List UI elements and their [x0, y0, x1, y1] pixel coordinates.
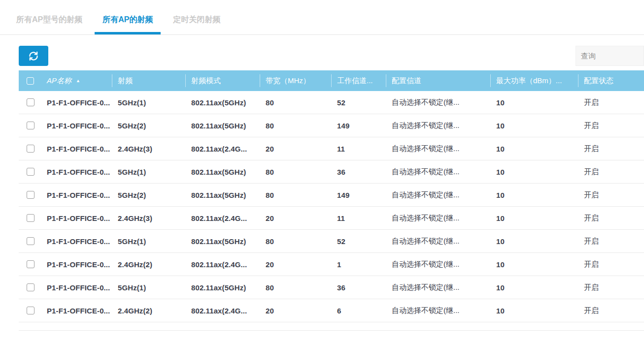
row-checkbox[interactable] [27, 283, 34, 291]
row-checkbox-cell [19, 168, 42, 176]
column-header-max-power[interactable]: 最大功率（dBm）... [490, 70, 578, 91]
table-row: P1-F1-OFFICE-0...2.4GHz(3)802.11ax(2.4G.… [19, 207, 644, 230]
table-row: P1-F1-OFFICE-0...5GHz(2)802.11ax(5GHz)80… [19, 114, 644, 137]
cell-radio: 5GHz(1) [112, 168, 185, 176]
cell-working-channel: 52 [331, 237, 386, 246]
ap-radio-table: AP名称 ▲ 射频 射频模式 带宽（MHz） 工作信道... 配置信道 最大功率… [19, 70, 644, 331]
row-checkbox-cell [19, 145, 42, 153]
column-header-bandwidth[interactable]: 带宽（MHz） [260, 70, 331, 91]
row-checkbox-cell [19, 307, 42, 314]
table-row: P1-F1-OFFICE-0...5GHz(1)802.11ax(5GHz)80… [19, 160, 644, 184]
refresh-icon [27, 50, 40, 62]
header-checkbox-cell [19, 70, 42, 91]
row-checkbox-cell [19, 214, 42, 222]
cell-config-channel: 自动选择不锁定(继... [386, 237, 490, 246]
cell-bandwidth: 20 [260, 307, 331, 315]
tab-scheduled-radio-off[interactable]: 定时关闭射频 [165, 15, 228, 34]
cell-config-channel: 自动选择不锁定(继... [386, 283, 490, 292]
cell-max-power: 10 [490, 214, 578, 222]
cell-config-channel: 自动选择不锁定(继... [386, 121, 490, 130]
cell-config-channel: 自动选择不锁定(继... [386, 214, 490, 223]
cell-config-channel: 自动选择不锁定(继... [386, 306, 490, 315]
row-checkbox[interactable] [27, 98, 34, 106]
cell-max-power: 10 [490, 98, 578, 107]
cell-max-power: 10 [490, 260, 578, 269]
toolbar [0, 46, 644, 66]
cell-radio-mode: 802.11ax(5GHz) [185, 98, 260, 107]
cell-radio: 5GHz(2) [112, 122, 185, 130]
cell-radio: 2.4GHz(3) [112, 214, 185, 222]
row-checkbox[interactable] [27, 214, 34, 222]
cell-working-channel: 52 [331, 98, 386, 107]
refresh-button[interactable] [19, 46, 48, 66]
cell-bandwidth: 80 [260, 168, 331, 176]
search-input[interactable] [576, 46, 644, 66]
row-checkbox[interactable] [27, 168, 34, 176]
row-checkbox[interactable] [27, 307, 34, 314]
cell-ap-name: P1-F1-OFFICE-0... [42, 237, 112, 246]
cell-radio-mode: 802.11ax(5GHz) [185, 237, 260, 246]
table-row: P1-F1-OFFICE-0...2.4GHz(3)802.11ax(2.4G.… [19, 137, 644, 160]
cell-config-status: 开启 [578, 306, 644, 315]
cell-max-power: 10 [490, 168, 578, 176]
cell-config-status: 开启 [578, 214, 644, 223]
cell-bandwidth: 80 [260, 191, 331, 199]
cell-config-status: 开启 [578, 260, 644, 269]
cell-config-status: 开启 [578, 167, 644, 177]
table-row: P1-F1-OFFICE-0...5GHz(2)802.11ax(5GHz)80… [19, 184, 644, 207]
column-header-config-status[interactable]: 配置状态 [578, 70, 644, 91]
cell-max-power: 10 [490, 145, 578, 153]
cell-ap-name: P1-F1-OFFICE-0... [42, 260, 112, 269]
cell-bandwidth: 20 [260, 260, 331, 269]
row-checkbox[interactable] [27, 237, 34, 245]
row-checkbox[interactable] [27, 145, 34, 153]
cell-working-channel: 36 [331, 168, 386, 176]
cell-radio-mode: 802.11ax(5GHz) [185, 283, 260, 292]
row-checkbox[interactable] [27, 260, 34, 268]
tab-all-ap-model-radios[interactable]: 所有AP型号的射频 [8, 15, 90, 34]
table-row: P1-F1-OFFICE-0...2.4GHz(2)802.11ax(2.4G.… [19, 253, 644, 276]
cell-radio: 2.4GHz(2) [112, 307, 185, 315]
table-body: P1-F1-OFFICE-0...5GHz(1)802.11ax(5GHz)80… [19, 91, 644, 322]
cell-config-channel: 自动选择不锁定(继... [386, 98, 490, 107]
row-checkbox-cell [19, 122, 42, 129]
column-header-radio-mode[interactable]: 射频模式 [185, 70, 260, 91]
cell-config-channel: 自动选择不锁定(继... [386, 144, 490, 154]
row-checkbox-cell [19, 283, 42, 291]
column-header-radio[interactable]: 射频 [112, 70, 185, 91]
column-header-ap-name[interactable]: AP名称 ▲ [42, 70, 112, 91]
cell-config-channel: 自动选择不锁定(继... [386, 167, 490, 177]
table-footer-strip [19, 322, 644, 331]
cell-ap-name: P1-F1-OFFICE-0... [42, 122, 112, 130]
sort-asc-icon: ▲ [76, 78, 80, 83]
cell-working-channel: 1 [331, 260, 386, 269]
cell-ap-name: P1-F1-OFFICE-0... [42, 191, 112, 199]
column-header-working-channel[interactable]: 工作信道... [331, 70, 386, 91]
cell-ap-name: P1-F1-OFFICE-0... [42, 283, 112, 292]
row-checkbox[interactable] [27, 122, 34, 129]
cell-working-channel: 11 [331, 145, 386, 153]
cell-ap-name: P1-F1-OFFICE-0... [42, 98, 112, 107]
cell-radio: 2.4GHz(3) [112, 145, 185, 153]
cell-ap-name: P1-F1-OFFICE-0... [42, 307, 112, 315]
cell-config-status: 开启 [578, 144, 644, 154]
cell-working-channel: 11 [331, 214, 386, 222]
cell-bandwidth: 20 [260, 214, 331, 222]
cell-radio: 5GHz(1) [112, 98, 185, 107]
cell-bandwidth: 80 [260, 237, 331, 246]
tab-bar: 所有AP型号的射频 所有AP的射频 定时关闭射频 [0, 15, 644, 35]
cell-bandwidth: 80 [260, 98, 331, 107]
cell-config-channel: 自动选择不锁定(继... [386, 190, 490, 200]
cell-max-power: 10 [490, 307, 578, 315]
column-header-config-channel[interactable]: 配置信道 [386, 70, 490, 91]
row-checkbox[interactable] [27, 191, 34, 199]
cell-max-power: 10 [490, 191, 578, 199]
select-all-checkbox[interactable] [27, 77, 34, 85]
tab-all-ap-radios[interactable]: 所有AP的射频 [95, 15, 161, 34]
cell-config-status: 开启 [578, 190, 644, 200]
cell-bandwidth: 20 [260, 145, 331, 153]
table-row: P1-F1-OFFICE-0...5GHz(1)802.11ax(5GHz)80… [19, 91, 644, 114]
cell-radio: 2.4GHz(2) [112, 260, 185, 269]
cell-radio-mode: 802.11ax(2.4G... [185, 260, 260, 269]
row-checkbox-cell [19, 191, 42, 199]
